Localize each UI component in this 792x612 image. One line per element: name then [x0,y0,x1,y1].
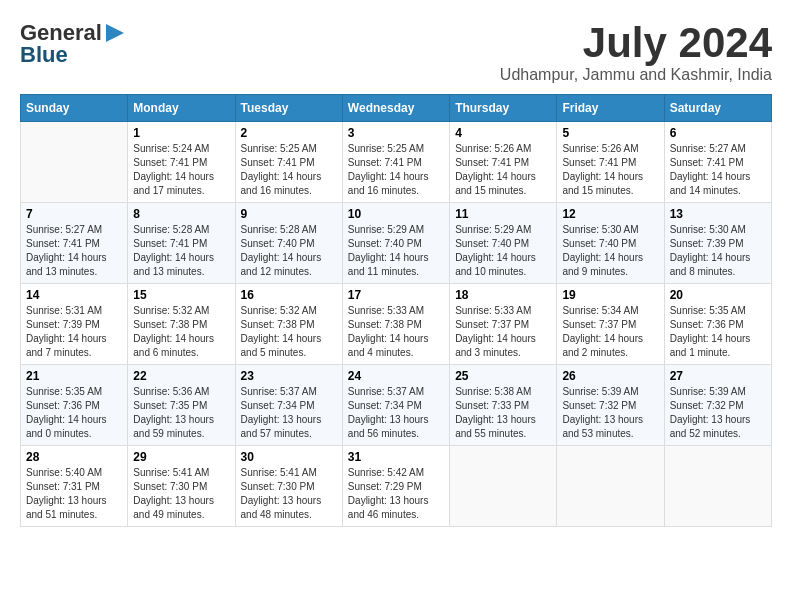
day-number: 5 [562,126,658,140]
calendar-cell: 8Sunrise: 5:28 AMSunset: 7:41 PMDaylight… [128,203,235,284]
calendar-cell: 12Sunrise: 5:30 AMSunset: 7:40 PMDayligh… [557,203,664,284]
day-info: Sunrise: 5:26 AMSunset: 7:41 PMDaylight:… [562,142,658,198]
calendar-cell [21,122,128,203]
day-info: Sunrise: 5:29 AMSunset: 7:40 PMDaylight:… [348,223,444,279]
calendar-week-row: 28Sunrise: 5:40 AMSunset: 7:31 PMDayligh… [21,446,772,527]
day-info: Sunrise: 5:42 AMSunset: 7:29 PMDaylight:… [348,466,444,522]
calendar-cell [664,446,771,527]
day-info: Sunrise: 5:35 AMSunset: 7:36 PMDaylight:… [26,385,122,441]
day-info: Sunrise: 5:24 AMSunset: 7:41 PMDaylight:… [133,142,229,198]
calendar-cell: 16Sunrise: 5:32 AMSunset: 7:38 PMDayligh… [235,284,342,365]
day-info: Sunrise: 5:39 AMSunset: 7:32 PMDaylight:… [670,385,766,441]
day-number: 6 [670,126,766,140]
day-info: Sunrise: 5:28 AMSunset: 7:40 PMDaylight:… [241,223,337,279]
day-number: 11 [455,207,551,221]
day-number: 19 [562,288,658,302]
day-number: 27 [670,369,766,383]
day-number: 26 [562,369,658,383]
day-info: Sunrise: 5:25 AMSunset: 7:41 PMDaylight:… [348,142,444,198]
calendar-cell: 29Sunrise: 5:41 AMSunset: 7:30 PMDayligh… [128,446,235,527]
day-info: Sunrise: 5:31 AMSunset: 7:39 PMDaylight:… [26,304,122,360]
calendar-cell: 24Sunrise: 5:37 AMSunset: 7:34 PMDayligh… [342,365,449,446]
calendar-cell: 18Sunrise: 5:33 AMSunset: 7:37 PMDayligh… [450,284,557,365]
calendar-cell: 28Sunrise: 5:40 AMSunset: 7:31 PMDayligh… [21,446,128,527]
calendar-cell: 9Sunrise: 5:28 AMSunset: 7:40 PMDaylight… [235,203,342,284]
calendar-cell: 30Sunrise: 5:41 AMSunset: 7:30 PMDayligh… [235,446,342,527]
calendar-cell: 4Sunrise: 5:26 AMSunset: 7:41 PMDaylight… [450,122,557,203]
day-number: 4 [455,126,551,140]
calendar-cell: 7Sunrise: 5:27 AMSunset: 7:41 PMDaylight… [21,203,128,284]
day-info: Sunrise: 5:30 AMSunset: 7:39 PMDaylight:… [670,223,766,279]
day-info: Sunrise: 5:33 AMSunset: 7:37 PMDaylight:… [455,304,551,360]
day-info: Sunrise: 5:37 AMSunset: 7:34 PMDaylight:… [348,385,444,441]
calendar-cell: 17Sunrise: 5:33 AMSunset: 7:38 PMDayligh… [342,284,449,365]
calendar-week-row: 7Sunrise: 5:27 AMSunset: 7:41 PMDaylight… [21,203,772,284]
day-number: 12 [562,207,658,221]
calendar-cell: 11Sunrise: 5:29 AMSunset: 7:40 PMDayligh… [450,203,557,284]
logo: General Blue [20,20,126,68]
day-number: 18 [455,288,551,302]
calendar-cell: 10Sunrise: 5:29 AMSunset: 7:40 PMDayligh… [342,203,449,284]
header-day-tuesday: Tuesday [235,95,342,122]
day-number: 13 [670,207,766,221]
day-info: Sunrise: 5:37 AMSunset: 7:34 PMDaylight:… [241,385,337,441]
calendar-cell: 15Sunrise: 5:32 AMSunset: 7:38 PMDayligh… [128,284,235,365]
day-info: Sunrise: 5:32 AMSunset: 7:38 PMDaylight:… [133,304,229,360]
day-info: Sunrise: 5:27 AMSunset: 7:41 PMDaylight:… [670,142,766,198]
day-info: Sunrise: 5:25 AMSunset: 7:41 PMDaylight:… [241,142,337,198]
calendar-cell: 31Sunrise: 5:42 AMSunset: 7:29 PMDayligh… [342,446,449,527]
calendar-cell [450,446,557,527]
day-number: 7 [26,207,122,221]
day-number: 24 [348,369,444,383]
calendar-week-row: 21Sunrise: 5:35 AMSunset: 7:36 PMDayligh… [21,365,772,446]
calendar-cell: 13Sunrise: 5:30 AMSunset: 7:39 PMDayligh… [664,203,771,284]
day-number: 31 [348,450,444,464]
header-day-saturday: Saturday [664,95,771,122]
day-number: 14 [26,288,122,302]
calendar-cell: 3Sunrise: 5:25 AMSunset: 7:41 PMDaylight… [342,122,449,203]
day-info: Sunrise: 5:34 AMSunset: 7:37 PMDaylight:… [562,304,658,360]
calendar-cell: 6Sunrise: 5:27 AMSunset: 7:41 PMDaylight… [664,122,771,203]
location-title: Udhampur, Jammu and Kashmir, India [500,66,772,84]
calendar-cell: 20Sunrise: 5:35 AMSunset: 7:36 PMDayligh… [664,284,771,365]
day-number: 17 [348,288,444,302]
day-number: 29 [133,450,229,464]
day-number: 20 [670,288,766,302]
calendar-cell: 5Sunrise: 5:26 AMSunset: 7:41 PMDaylight… [557,122,664,203]
title-section: July 2024 Udhampur, Jammu and Kashmir, I… [500,20,772,84]
calendar-cell [557,446,664,527]
day-number: 3 [348,126,444,140]
calendar-cell: 26Sunrise: 5:39 AMSunset: 7:32 PMDayligh… [557,365,664,446]
day-info: Sunrise: 5:41 AMSunset: 7:30 PMDaylight:… [241,466,337,522]
calendar-cell: 14Sunrise: 5:31 AMSunset: 7:39 PMDayligh… [21,284,128,365]
calendar-cell: 2Sunrise: 5:25 AMSunset: 7:41 PMDaylight… [235,122,342,203]
calendar-table: SundayMondayTuesdayWednesdayThursdayFrid… [20,94,772,527]
logo-blue: Blue [20,42,68,68]
header-day-wednesday: Wednesday [342,95,449,122]
day-info: Sunrise: 5:30 AMSunset: 7:40 PMDaylight:… [562,223,658,279]
day-info: Sunrise: 5:29 AMSunset: 7:40 PMDaylight:… [455,223,551,279]
day-number: 25 [455,369,551,383]
day-info: Sunrise: 5:32 AMSunset: 7:38 PMDaylight:… [241,304,337,360]
calendar-cell: 27Sunrise: 5:39 AMSunset: 7:32 PMDayligh… [664,365,771,446]
logo-icon [104,22,126,44]
day-info: Sunrise: 5:28 AMSunset: 7:41 PMDaylight:… [133,223,229,279]
calendar-week-row: 14Sunrise: 5:31 AMSunset: 7:39 PMDayligh… [21,284,772,365]
day-number: 15 [133,288,229,302]
calendar-header-row: SundayMondayTuesdayWednesdayThursdayFrid… [21,95,772,122]
header-day-friday: Friday [557,95,664,122]
header-day-sunday: Sunday [21,95,128,122]
calendar-cell: 19Sunrise: 5:34 AMSunset: 7:37 PMDayligh… [557,284,664,365]
day-number: 22 [133,369,229,383]
page-header: General Blue July 2024 Udhampur, Jammu a… [20,20,772,84]
calendar-cell: 25Sunrise: 5:38 AMSunset: 7:33 PMDayligh… [450,365,557,446]
day-number: 10 [348,207,444,221]
day-number: 2 [241,126,337,140]
header-day-thursday: Thursday [450,95,557,122]
day-info: Sunrise: 5:39 AMSunset: 7:32 PMDaylight:… [562,385,658,441]
calendar-cell: 21Sunrise: 5:35 AMSunset: 7:36 PMDayligh… [21,365,128,446]
calendar-week-row: 1Sunrise: 5:24 AMSunset: 7:41 PMDaylight… [21,122,772,203]
calendar-cell: 23Sunrise: 5:37 AMSunset: 7:34 PMDayligh… [235,365,342,446]
svg-marker-0 [106,24,124,42]
day-info: Sunrise: 5:35 AMSunset: 7:36 PMDaylight:… [670,304,766,360]
